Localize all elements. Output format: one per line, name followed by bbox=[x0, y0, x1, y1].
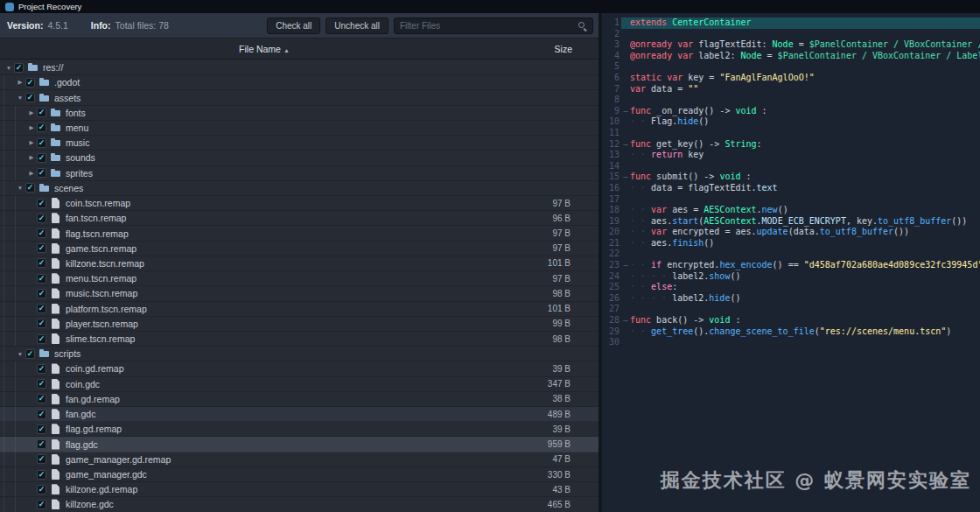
file-checkbox[interactable]: ✓ bbox=[37, 123, 46, 132]
file-checkbox[interactable]: ✓ bbox=[37, 108, 46, 117]
tree-row[interactable]: ✓player.tscn.remap99 B bbox=[0, 317, 598, 332]
tree-row[interactable]: ✓slime.tscn.remap98 B bbox=[0, 332, 598, 347]
file-checkbox[interactable]: ✓ bbox=[37, 243, 46, 253]
tree-row[interactable]: ▶✓.godot bbox=[0, 75, 598, 90]
code-editor[interactable]: 1extends CenterContainer23@onready var f… bbox=[602, 13, 980, 512]
expand-arrow-icon[interactable]: ▶ bbox=[26, 109, 37, 116]
tree-row[interactable]: ✓coin.tscn.remap97 B bbox=[0, 196, 598, 211]
file-checkbox[interactable]: ✓ bbox=[37, 304, 46, 313]
tree-row[interactable]: ▼✓scripts bbox=[0, 347, 598, 361]
code-token: void bbox=[709, 315, 730, 325]
file-checkbox[interactable]: ✓ bbox=[37, 138, 46, 148]
file-name-column-header[interactable]: File Name▲ bbox=[0, 39, 528, 60]
file-size: 101 B bbox=[548, 258, 598, 268]
fold-icon[interactable]: – bbox=[621, 139, 630, 151]
expand-arrow-icon[interactable]: ▶ bbox=[26, 124, 37, 131]
expand-arrow-icon[interactable]: ▶ bbox=[26, 139, 37, 146]
file-checkbox[interactable]: ✓ bbox=[37, 168, 46, 178]
tree-row[interactable]: ▶✓music bbox=[0, 136, 598, 151]
filter-files-box[interactable] bbox=[394, 18, 593, 34]
table-header: File Name▲ Size bbox=[0, 39, 598, 60]
tree-row[interactable]: ✓game.tscn.remap97 B bbox=[0, 242, 598, 256]
tree-row[interactable]: ✓killzone.gd.remap43 B bbox=[0, 482, 598, 497]
tree-row[interactable]: ✓flag.gdc959 B bbox=[0, 437, 598, 452]
file-checkbox[interactable]: ✓ bbox=[37, 500, 46, 509]
tree-row[interactable]: ▼✓res:// bbox=[0, 60, 598, 75]
tree-row[interactable]: ✓platform.tscn.remap101 B bbox=[0, 302, 598, 317]
line-number: 17 bbox=[602, 194, 621, 206]
code-text: · · return key bbox=[630, 150, 980, 161]
tree-row[interactable]: ✓killzone.gdc465 B bbox=[0, 497, 598, 512]
size-column-header[interactable]: Size bbox=[476, 39, 598, 60]
file-checkbox[interactable]: ✓ bbox=[37, 364, 46, 374]
file-checkbox[interactable]: ✓ bbox=[25, 349, 35, 359]
tree-row[interactable]: ✓music.tscn.remap98 B bbox=[0, 286, 598, 301]
file-icon bbox=[51, 394, 61, 404]
file-checkbox[interactable]: ✓ bbox=[25, 183, 35, 193]
file-checkbox[interactable]: ✓ bbox=[25, 78, 35, 88]
tree-row[interactable]: ✓fan.gdc489 B bbox=[0, 407, 598, 422]
code-token: get_key() -> bbox=[651, 139, 724, 149]
tree-row[interactable]: ✓killzone.tscn.remap101 B bbox=[0, 256, 598, 271]
file-checkbox[interactable]: ✓ bbox=[37, 214, 46, 223]
collapse-arrow-icon[interactable]: ▼ bbox=[15, 351, 25, 357]
code-token: () bbox=[704, 238, 714, 248]
fold-icon[interactable]: – bbox=[621, 106, 630, 117]
file-checkbox[interactable]: ✓ bbox=[37, 424, 46, 434]
tree-row[interactable]: ✓coin.gdc347 B bbox=[0, 377, 598, 392]
file-checkbox[interactable]: ✓ bbox=[37, 485, 46, 494]
file-checkbox[interactable]: ✓ bbox=[37, 274, 46, 284]
fold-icon[interactable]: – bbox=[621, 172, 630, 183]
file-checkbox[interactable]: ✓ bbox=[37, 319, 46, 328]
file-checkbox[interactable]: ✓ bbox=[37, 379, 46, 389]
fold-spacer bbox=[621, 51, 630, 62]
expand-arrow-icon[interactable]: ▶ bbox=[26, 170, 37, 177]
tree-guide-line bbox=[4, 361, 15, 375]
tree-row[interactable]: ▼✓assets bbox=[0, 90, 598, 105]
file-checkbox[interactable]: ✓ bbox=[37, 258, 46, 268]
fold-icon[interactable]: – bbox=[621, 315, 630, 326]
file-checkbox[interactable]: ✓ bbox=[25, 93, 35, 102]
tree-row[interactable]: ✓game_manager.gdc330 B bbox=[0, 467, 598, 482]
tree-row[interactable]: ✓menu.tscn.remap97 B bbox=[0, 271, 598, 286]
file-checkbox[interactable]: ✓ bbox=[37, 454, 46, 464]
expand-arrow-icon[interactable]: ▶ bbox=[15, 79, 25, 86]
fold-icon[interactable]: – bbox=[621, 260, 630, 271]
fold-spacer bbox=[621, 304, 630, 315]
file-checkbox[interactable]: ✓ bbox=[14, 63, 24, 73]
tree-row[interactable]: ▶✓menu bbox=[0, 121, 598, 136]
tree-guide-line bbox=[4, 407, 15, 421]
file-checkbox[interactable]: ✓ bbox=[37, 439, 46, 449]
code-token: : bbox=[757, 139, 762, 149]
file-checkbox[interactable]: ✓ bbox=[37, 153, 46, 163]
tree-row[interactable]: ✓fan.tscn.remap96 B bbox=[0, 211, 598, 226]
file-checkbox[interactable]: ✓ bbox=[37, 410, 46, 419]
tree-row[interactable]: ▶✓sprites bbox=[0, 166, 598, 181]
code-token: Node bbox=[773, 39, 794, 49]
file-checkbox[interactable]: ✓ bbox=[37, 334, 46, 344]
uncheck-all-button[interactable]: Uncheck all bbox=[326, 18, 388, 34]
tree-guide-line bbox=[4, 121, 15, 135]
tree-row[interactable]: ▼✓scenes bbox=[0, 181, 598, 196]
file-checkbox[interactable]: ✓ bbox=[37, 199, 46, 208]
filter-files-input[interactable] bbox=[395, 21, 578, 31]
tree-row[interactable]: ▶✓sounds bbox=[0, 151, 598, 165]
tree-row[interactable]: ✓game_manager.gd.remap47 B bbox=[0, 452, 598, 467]
file-checkbox[interactable]: ✓ bbox=[37, 289, 46, 298]
line-number: 12 bbox=[602, 139, 621, 151]
tree-row[interactable]: ✓flag.gd.remap39 B bbox=[0, 422, 598, 437]
file-icon bbox=[51, 304, 61, 314]
collapse-arrow-icon[interactable]: ▼ bbox=[15, 95, 25, 101]
code-line: 12–func get_key() -> String: bbox=[602, 139, 980, 151]
tree-row[interactable]: ✓fan.gd.remap38 B bbox=[0, 392, 598, 407]
check-all-button[interactable]: Check all bbox=[267, 18, 320, 34]
tree-row[interactable]: ✓coin.gd.remap39 B bbox=[0, 361, 598, 376]
tree-row[interactable]: ▶✓fonts bbox=[0, 106, 598, 121]
collapse-arrow-icon[interactable]: ▼ bbox=[4, 65, 14, 71]
collapse-arrow-icon[interactable]: ▼ bbox=[15, 185, 25, 191]
file-checkbox[interactable]: ✓ bbox=[37, 394, 46, 403]
file-checkbox[interactable]: ✓ bbox=[37, 228, 46, 238]
tree-row[interactable]: ✓flag.tscn.remap97 B bbox=[0, 226, 598, 241]
file-checkbox[interactable]: ✓ bbox=[37, 470, 46, 480]
expand-arrow-icon[interactable]: ▶ bbox=[26, 154, 37, 161]
